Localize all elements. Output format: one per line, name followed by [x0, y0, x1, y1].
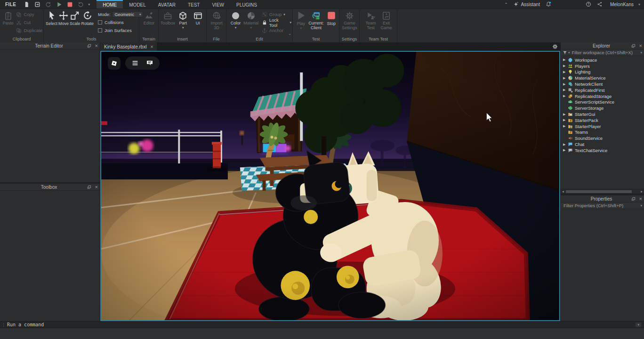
- explorer-item-players[interactable]: ▶Players: [561, 63, 644, 69]
- document-tab[interactable]: Kinky Baseplate.rbxl ×: [100, 42, 157, 51]
- lock-tool-button[interactable]: Lock Tool ▾: [262, 18, 291, 26]
- drag-grip-icon[interactable]: ⋮: [1, 323, 5, 327]
- stop-button[interactable]: Stop: [325, 10, 338, 26]
- tab-model[interactable]: MODEL: [123, 0, 152, 8]
- close-icon[interactable]: ×: [639, 196, 642, 201]
- toolbox-button[interactable]: Toolbox: [161, 10, 175, 26]
- tab-view[interactable]: VIEW: [206, 0, 230, 8]
- chat-bubble-icon[interactable]: [146, 59, 153, 67]
- expand-arrow-icon[interactable]: ▶: [563, 64, 568, 68]
- expand-arrow-icon[interactable]: ▶: [563, 113, 568, 116]
- explorer-item-lighting[interactable]: ▶Lighting: [561, 69, 644, 75]
- color-button[interactable]: Color ▾: [228, 10, 243, 29]
- expand-arrow-icon[interactable]: ▶: [563, 70, 568, 74]
- tab-close-icon[interactable]: ×: [151, 44, 153, 49]
- assistant-button[interactable]: Assistant: [513, 1, 540, 7]
- popout-icon[interactable]: [87, 185, 92, 190]
- filter-dropdown-icon[interactable]: ▾: [640, 204, 642, 208]
- redo-icon[interactable]: [45, 1, 51, 8]
- popout-icon[interactable]: [87, 43, 92, 48]
- share-icon[interactable]: [597, 1, 603, 7]
- scroll-right-icon[interactable]: ▸: [639, 189, 644, 194]
- command-bar[interactable]: ⋮ Run a command ▾: [0, 321, 644, 328]
- expand-arrow-icon[interactable]: ▶: [563, 124, 568, 128]
- scale-tool-button[interactable]: Scale: [70, 10, 80, 26]
- ui-button[interactable]: UI: [191, 10, 205, 26]
- explorer-item-workspace[interactable]: ▶Workspace: [561, 57, 644, 63]
- help-icon[interactable]: [586, 1, 591, 7]
- collisions-checkbox[interactable]: [98, 20, 102, 24]
- expand-arrow-icon[interactable]: ▶: [563, 118, 568, 122]
- duplicate-button[interactable]: Duplicate: [16, 26, 42, 34]
- publish-icon[interactable]: [34, 1, 40, 8]
- tab-plugins[interactable]: PLUGINS: [230, 0, 263, 8]
- paste-button[interactable]: Paste: [2, 10, 14, 26]
- explorer-item-soundservice[interactable]: SoundService: [561, 135, 644, 141]
- explorer-item-starterplayer[interactable]: ▶StarterPlayer: [561, 123, 644, 129]
- popout-icon[interactable]: [631, 43, 636, 48]
- tab-avatar[interactable]: AVATAR: [152, 0, 182, 8]
- close-icon[interactable]: ×: [639, 43, 642, 48]
- undo-icon[interactable]: [78, 1, 84, 8]
- game-settings-button[interactable]: Game Settings: [341, 10, 358, 31]
- save-icon[interactable]: [24, 1, 30, 8]
- viewport-settings-gear-icon[interactable]: [552, 44, 558, 49]
- exit-game-button[interactable]: Exit Game: [379, 10, 394, 31]
- tab-home[interactable]: HOME: [97, 0, 123, 8]
- explorer-horizontal-scrollbar[interactable]: ◂ ▸: [561, 189, 644, 194]
- cut-button[interactable]: Cut: [16, 18, 42, 26]
- menu-hamburger-icon[interactable]: [131, 59, 139, 67]
- filter-dropdown-icon[interactable]: ▾: [640, 51, 642, 55]
- import-3d-button[interactable]: Import 3D: [209, 10, 224, 31]
- copy-button[interactable]: Copy: [16, 10, 42, 18]
- close-icon[interactable]: ×: [95, 185, 98, 189]
- play-icon[interactable]: [56, 1, 62, 8]
- expand-arrow-icon[interactable]: ▶: [563, 82, 568, 86]
- scrollbar-thumb[interactable]: [566, 190, 632, 193]
- collapse-ribbon-icon[interactable]: ⌃: [505, 2, 508, 7]
- account-dropdown-icon[interactable]: ▾: [638, 2, 640, 7]
- notifications-bell-icon[interactable]: [546, 1, 552, 8]
- expand-arrow-icon[interactable]: ▶: [563, 143, 568, 146]
- expand-arrow-icon[interactable]: ▶: [563, 76, 568, 80]
- explorer-item-replicatedstorage[interactable]: ▶ReplicatedStorage: [561, 93, 644, 99]
- material-button[interactable]: Material ▾: [244, 10, 258, 29]
- scroll-left-icon[interactable]: ◂: [561, 189, 565, 194]
- part-button[interactable]: Part ▾: [176, 10, 190, 29]
- expand-arrow-icon[interactable]: ▶: [563, 94, 568, 98]
- edit-group-expander-icon[interactable]: ⌄: [288, 32, 291, 36]
- mode-select[interactable]: Geometric ▾: [112, 11, 143, 17]
- user-account-button[interactable]: MelonKans: [608, 2, 634, 7]
- close-icon[interactable]: ×: [95, 43, 98, 48]
- 3d-viewport[interactable]: [100, 51, 560, 321]
- explorer-item-serverscriptservice[interactable]: ServerScriptService: [561, 99, 644, 105]
- rotate-tool-button[interactable]: Rotate: [81, 10, 94, 26]
- expand-arrow-icon[interactable]: ▶: [563, 148, 568, 152]
- terrain-editor-button[interactable]: Editor: [142, 10, 156, 26]
- explorer-item-replicatedfirst[interactable]: ▶ReplicatedFirst: [561, 87, 644, 93]
- quickbar-dropdown-icon[interactable]: ▾: [88, 2, 90, 7]
- join-surfaces-checkbox[interactable]: [98, 28, 102, 32]
- properties-filter-input[interactable]: Filter Properties (Ctrl+Shift+P) ▾: [561, 202, 644, 209]
- roblox-menu-button[interactable]: [108, 57, 121, 70]
- current-client-button[interactable]: Current: Client: [308, 10, 324, 31]
- explorer-item-startergui[interactable]: ▶StarterGui: [561, 111, 644, 117]
- tab-test[interactable]: TEST: [182, 0, 206, 8]
- expand-arrow-icon[interactable]: ▶: [563, 88, 568, 92]
- team-test-button[interactable]: Team Test: [363, 10, 378, 31]
- command-bar-dropdown-icon[interactable]: ▾: [636, 323, 641, 327]
- explorer-item-teams[interactable]: Teams: [561, 129, 644, 136]
- explorer-item-serverstorage[interactable]: ServerStorage: [561, 105, 644, 111]
- move-tool-button[interactable]: Move: [58, 10, 69, 26]
- popout-icon[interactable]: [631, 196, 636, 202]
- stop-icon[interactable]: [67, 1, 73, 8]
- play-test-button[interactable]: Play ▾: [295, 10, 307, 30]
- explorer-item-chat[interactable]: ▶Chat: [561, 141, 644, 147]
- explorer-filter-input[interactable]: ▾ Filter workspace (Ctrl+Shift+X) ▾: [561, 49, 644, 56]
- explorer-item-starterpack[interactable]: ▶StarterPack: [561, 117, 644, 123]
- explorer-item-textchatservice[interactable]: ▶TextChatService: [561, 147, 644, 153]
- anchor-button[interactable]: Anchor: [262, 26, 291, 34]
- file-menu-button[interactable]: FILE: [0, 0, 21, 8]
- explorer-item-networkclient[interactable]: ▶NetworkClient: [561, 81, 644, 87]
- select-tool-button[interactable]: Select: [46, 10, 57, 26]
